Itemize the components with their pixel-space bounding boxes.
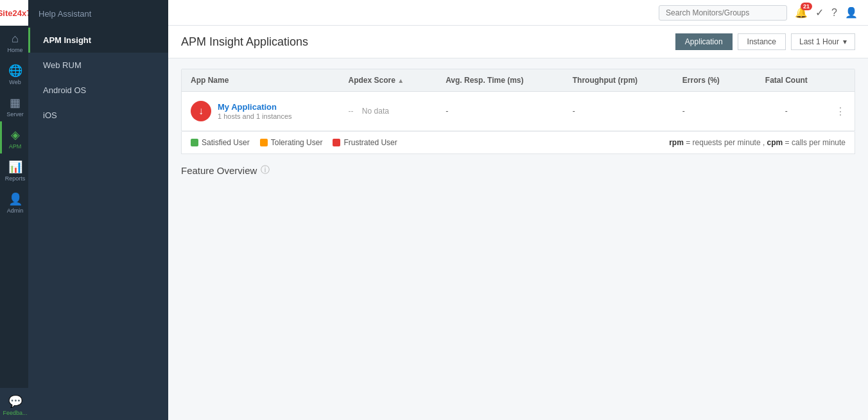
server-icon: ▦ <box>10 96 21 110</box>
reports-icon: 📊 <box>8 160 22 174</box>
nav-admin[interactable]: 👤 Admin <box>0 186 28 218</box>
col-actions <box>826 69 855 92</box>
nav-web[interactable]: 🌐 Web <box>0 57 28 89</box>
tab-application[interactable]: Application <box>675 33 733 50</box>
top-bar-icons: 🔔 21 ✓ ? 👤 <box>795 6 858 19</box>
legend-frustrated: Frustrated User <box>333 138 397 147</box>
avg-resp-time-cell: - <box>437 92 564 131</box>
nav-server[interactable]: ▦ Server <box>0 89 28 121</box>
tab-instance[interactable]: Instance <box>738 33 786 50</box>
logo: Site24x7 <box>0 0 28 26</box>
admin-icon: 👤 <box>8 192 22 206</box>
table-row: ↓ My Application 1 hosts and 1 instances… <box>182 92 855 131</box>
header-controls: Application Instance Last 1 Hour ▾ <box>675 33 855 50</box>
sidebar-help-assistant[interactable]: Help Assistant <box>28 0 168 28</box>
sidebar-item-apm-insight[interactable]: APM Insight <box>28 28 168 53</box>
info-icon[interactable]: ⓘ <box>261 164 270 176</box>
nav-feedback[interactable]: 💬 Feedba... <box>0 388 28 420</box>
time-range-label: Last 1 Hour <box>799 37 839 46</box>
sidebar-item-ios[interactable]: iOS <box>28 103 168 128</box>
top-bar: 🔔 21 ✓ ? 👤 <box>168 0 868 26</box>
logo-site: Site <box>0 8 12 18</box>
throughput-cell: - <box>564 92 673 131</box>
nav-reports-label: Reports <box>5 175 26 182</box>
sidebar-item-android-os[interactable]: Android OS <box>28 78 168 103</box>
app-subtitle: 1 hosts and 1 instances <box>218 112 292 120</box>
chevron-down-icon: ▾ <box>843 37 847 46</box>
time-range-dropdown[interactable]: Last 1 Hour ▾ <box>791 33 855 50</box>
user-avatar[interactable]: 👤 <box>845 6 858 19</box>
nav-web-label: Web <box>9 79 21 85</box>
fatal-count-cell: - <box>747 92 826 131</box>
legend-satisfied: Satisfied User <box>191 138 250 147</box>
sort-asc-icon[interactable]: ▲ <box>397 77 404 84</box>
row-menu-icon[interactable]: ⋮ <box>835 106 846 117</box>
tolerating-label: Tolerating User <box>271 138 323 147</box>
nav-admin-label: Admin <box>7 207 24 214</box>
notification-badge: 21 <box>801 3 812 10</box>
col-apdex-score: Apdex Score ▲ <box>340 69 437 92</box>
sidebar-item-web-rum[interactable]: Web RUM <box>28 53 168 78</box>
nav-home[interactable]: ⌂ Home <box>0 26 28 57</box>
apdex-score-cell: -- No data <box>340 92 437 131</box>
feature-overview: Feature Overview ⓘ <box>181 164 855 176</box>
nav-apm-label: APM <box>9 143 22 150</box>
text-sidebar: Help Assistant APM Insight Web RUM Andro… <box>28 0 168 420</box>
feature-overview-label: Feature Overview <box>181 165 257 176</box>
web-icon: 🌐 <box>8 64 22 78</box>
tolerating-dot <box>260 139 268 146</box>
table-header-row: App Name Apdex Score ▲ Avg. Resp. Time (… <box>182 69 855 92</box>
checkmark-icon[interactable]: ✓ <box>815 6 824 19</box>
legend-items: Satisfied User Tolerating User Frustrate… <box>191 138 397 147</box>
main-content: 🔔 21 ✓ ? 👤 APM Insight Applications Appl… <box>168 0 868 420</box>
col-fatal-count: Fatal Count <box>747 69 826 92</box>
help-icon[interactable]: ? <box>831 7 837 19</box>
nav-home-label: Home <box>7 47 22 53</box>
app-name[interactable]: My Application <box>218 102 292 112</box>
apdex-no-data: No data <box>362 107 389 116</box>
page-title: APM Insight Applications <box>181 35 308 49</box>
data-table-container: App Name Apdex Score ▲ Avg. Resp. Time (… <box>181 69 855 132</box>
app-name-cell: ↓ My Application 1 hosts and 1 instances <box>182 92 340 131</box>
col-avg-resp-time: Avg. Resp. Time (ms) <box>437 69 564 92</box>
apm-icon: ◈ <box>11 128 20 142</box>
home-icon: ⌂ <box>12 32 19 46</box>
row-actions-cell: ⋮ <box>826 92 855 131</box>
app-status-icon: ↓ <box>191 101 211 121</box>
col-app-name: App Name <box>182 69 340 92</box>
legend-area: Satisfied User Tolerating User Frustrate… <box>181 132 855 154</box>
feedback-icon: 💬 <box>8 394 22 408</box>
frustrated-label: Frustrated User <box>343 138 397 147</box>
legend-note: rpm = requests per minute , cpm = calls … <box>669 138 846 147</box>
col-throughput: Throughput (rpm) <box>564 69 673 92</box>
satisfied-label: Satisfied User <box>202 138 250 147</box>
nav-apm[interactable]: ◈ APM <box>0 121 28 153</box>
satisfied-dot <box>191 139 198 146</box>
legend-tolerating: Tolerating User <box>260 138 323 147</box>
app-table: App Name Apdex Score ▲ Avg. Resp. Time (… <box>182 69 855 131</box>
feedback-label: Feedba... <box>3 410 27 416</box>
icon-sidebar: Site24x7 ⌂ Home 🌐 Web ▦ Server ◈ APM 📊 R… <box>0 0 28 420</box>
col-errors: Errors (%) <box>673 69 747 92</box>
page-header: APM Insight Applications Application Ins… <box>168 26 868 58</box>
notification-icon[interactable]: 🔔 21 <box>795 6 808 19</box>
apdex-dash: -- <box>349 107 354 116</box>
nav-server-label: Server <box>6 111 24 118</box>
nav-reports[interactable]: 📊 Reports <box>0 153 28 186</box>
errors-cell: - <box>673 92 747 131</box>
search-input[interactable] <box>659 5 787 21</box>
frustrated-dot <box>333 139 340 146</box>
